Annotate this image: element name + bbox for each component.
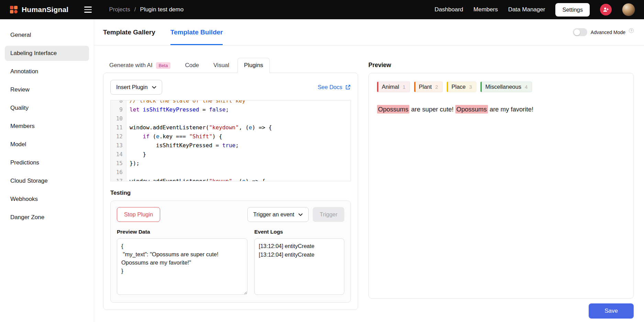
stop-plugin-button[interactable]: Stop Plugin [117, 207, 160, 222]
sidebar-item-quality[interactable]: Quality [5, 100, 89, 116]
label-tag-animal[interactable]: Animal1 [377, 82, 410, 92]
see-docs-link[interactable]: See Docs [318, 84, 351, 90]
event-logs-column: Event Logs [13:12:04] entityCreate[13:12… [254, 229, 344, 296]
hamburger-menu-icon[interactable] [83, 5, 93, 14]
line-number: 14 [111, 150, 126, 159]
testing-panel: Stop Plugin Trigger an event Trigger [110, 201, 351, 303]
line-content: }); [126, 159, 140, 168]
see-docs-label: See Docs [318, 84, 342, 90]
save-row: Save [368, 303, 634, 319]
insert-plugin-dropdown[interactable]: Insert Plugin [110, 80, 162, 95]
advanced-mode-label: Advanced Mode [591, 30, 625, 35]
highlighted-region[interactable]: Opossums [377, 105, 409, 114]
code-editor[interactable]: 8// track the state of the shift key9let… [110, 100, 351, 181]
settings-button[interactable]: Settings [555, 3, 590, 17]
code-line: 10 [111, 114, 351, 123]
label-tag-miscellaneous[interactable]: Miscellaneous4 [480, 82, 532, 92]
line-content: window.addEventListener("keydown", (e) =… [126, 123, 272, 132]
main-header: Template GalleryTemplate Builder Advance… [94, 19, 644, 45]
line-content: } [126, 150, 146, 159]
trigger-button[interactable]: Trigger [313, 207, 344, 222]
line-content: // track the state of the shift key [126, 100, 245, 105]
preview-text[interactable]: Opossums are super cute! Opossums are my… [377, 105, 625, 114]
line-content: if (e.key === "Shift") { [126, 132, 222, 141]
code-line: 15}); [111, 159, 351, 168]
sidebar-item-review[interactable]: Review [5, 82, 89, 97]
trigger-event-dropdown[interactable]: Trigger an event [247, 207, 309, 222]
preview-data-label: Preview Data [117, 229, 247, 235]
sidebar-item-labeling-interface[interactable]: Labeling Interface [5, 46, 89, 61]
user-avatar[interactable] [622, 3, 635, 16]
subtab-label: Plugins [244, 62, 263, 69]
nav-data-manager[interactable]: Data Manager [508, 6, 545, 13]
trigger-group: Trigger an event Trigger [247, 207, 344, 222]
breadcrumb-projects[interactable]: Projects [109, 6, 130, 13]
sidebar-item-model[interactable]: Model [5, 137, 89, 152]
line-number: 11 [111, 123, 126, 132]
save-button[interactable]: Save [589, 303, 634, 319]
line-content [126, 114, 130, 123]
code-lines: 8// track the state of the shift key9let… [111, 100, 351, 181]
label-tags-row: Animal1Plant2Place3Miscellaneous4 [377, 82, 625, 92]
chevron-down-icon [152, 86, 156, 89]
preview-column: Preview Animal1Plant2Place3Miscellaneous… [368, 57, 634, 322]
tab-template-builder[interactable]: Template Builder [170, 19, 223, 45]
code-line: 16 [111, 168, 351, 177]
top-nav-links: DashboardMembersData Manager [435, 6, 545, 13]
subtab-label: Generate with AI [109, 62, 153, 69]
line-content [126, 168, 130, 177]
tab-template-gallery[interactable]: Template Gallery [103, 19, 155, 45]
insert-plugin-label: Insert Plugin [116, 84, 148, 90]
settings-sidebar: GeneralLabeling InterfaceAnnotationRevie… [0, 19, 94, 322]
code-line: 17window.addEventListener("keyup", (e) =… [111, 177, 351, 181]
sidebar-item-annotation[interactable]: Annotation [5, 64, 89, 79]
label-hotkey: 1 [402, 84, 405, 90]
sidebar-item-members[interactable]: Members [5, 119, 89, 134]
plugin-editor-card: Insert Plugin See Docs 8// track the sta… [103, 73, 358, 310]
code-line: 11window.addEventListener("keydown", (e)… [111, 123, 351, 132]
preview-data-textarea[interactable]: { "my_text": "Opossums are super cute! O… [117, 238, 247, 295]
logo[interactable]: HumanSignal [10, 6, 68, 14]
editor-toolbar: Insert Plugin See Docs [110, 80, 351, 95]
event-logs-box: [13:12:04] entityCreate[13:12:04] entity… [254, 238, 344, 295]
top-nav: DashboardMembersData Manager Settings [435, 3, 635, 17]
code-line: 9let isShiftKeyPressed = false; [111, 105, 351, 114]
line-number: 13 [111, 141, 126, 150]
line-number: 12 [111, 132, 126, 141]
label-tag-plant[interactable]: Plant2 [414, 82, 443, 92]
label-hotkey: 2 [435, 84, 438, 90]
label-hotkey: 4 [525, 84, 528, 90]
testing-controls-row: Stop Plugin Trigger an event Trigger [117, 207, 344, 222]
help-icon: ? [629, 28, 634, 33]
sidebar-item-webhooks[interactable]: Webhooks [5, 192, 89, 207]
line-number: 17 [111, 177, 126, 181]
advanced-mode-toggle[interactable] [573, 28, 587, 36]
code-line: 14 } [111, 150, 351, 159]
user-plus-icon [603, 7, 609, 13]
topbar: HumanSignal Projects / Plugin test demo … [0, 0, 644, 19]
page-layout: GeneralLabeling InterfaceAnnotationRevie… [0, 19, 644, 322]
label-name: Animal [382, 84, 399, 90]
builder-subtabs: Generate with AIBetaCodeVisualPlugins [103, 57, 358, 73]
nav-members[interactable]: Members [474, 6, 498, 13]
label-hotkey: 3 [469, 84, 472, 90]
code-line: 8// track the state of the shift key [111, 100, 351, 105]
line-number: 8 [111, 100, 126, 105]
line-number: 15 [111, 159, 126, 168]
subtab-generate-with-ai[interactable]: Generate with AIBeta [103, 58, 177, 73]
sidebar-item-cloud-storage[interactable]: Cloud Storage [5, 173, 89, 189]
nav-dashboard[interactable]: Dashboard [435, 6, 463, 13]
subtab-visual[interactable]: Visual [207, 58, 235, 73]
sidebar-item-predictions[interactable]: Predictions [5, 155, 89, 170]
subtab-code[interactable]: Code [179, 58, 205, 73]
line-number: 16 [111, 168, 126, 177]
highlighted-region[interactable]: Opossums [455, 105, 488, 114]
sidebar-item-danger-zone[interactable]: Danger Zone [5, 210, 89, 225]
subtab-plugins[interactable]: Plugins [237, 58, 270, 73]
text-segment: are super cute! [409, 106, 455, 113]
invite-user-button[interactable] [600, 4, 612, 15]
sidebar-item-general[interactable]: General [5, 28, 89, 43]
template-tabs: Template GalleryTemplate Builder [103, 19, 223, 45]
label-tag-place[interactable]: Place3 [447, 82, 477, 92]
line-content: window.addEventListener("keyup", (e) => … [126, 177, 265, 181]
